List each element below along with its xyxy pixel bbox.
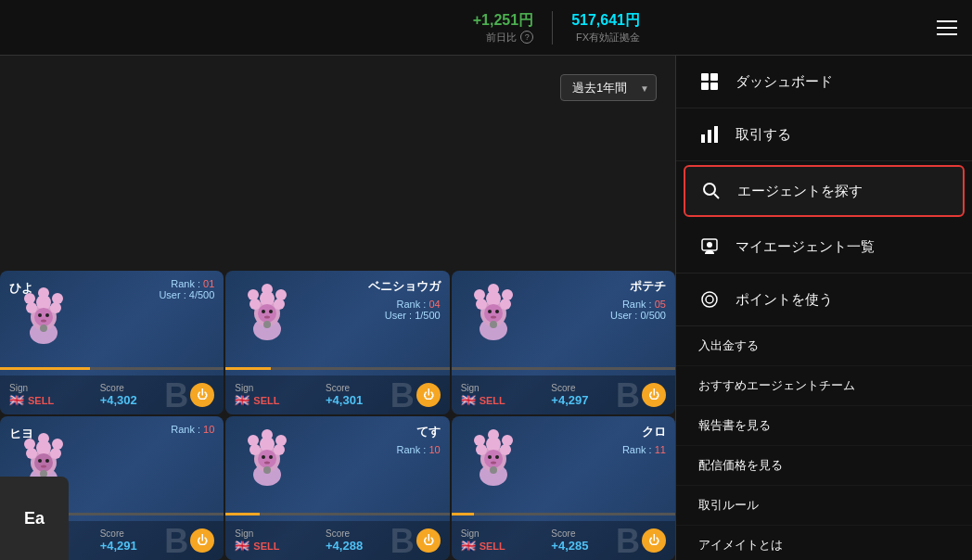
svg-point-76 (491, 462, 496, 465)
svg-point-18 (248, 289, 259, 300)
power-button[interactable]: ⏻ (642, 383, 666, 407)
card-bottom: Sign 🇬🇧 SELL Score +4,302 B ⏻ (0, 375, 224, 414)
svg-point-35 (488, 310, 492, 313)
power-button[interactable]: ⏻ (416, 528, 441, 553)
hamburger-menu[interactable] (937, 20, 957, 35)
svg-point-34 (484, 304, 503, 323)
header: +1,251円 前日比 ? 517,641円 FX有効証拠金 (0, 0, 972, 56)
agent-card-tesu: てす Rank : 10 Sign 🇬🇧 SELL Scor (225, 416, 449, 560)
daily-change-stat: +1,251円 前日比 ? (454, 11, 553, 45)
card-users: User : 4/500 (159, 289, 214, 300)
progress-bar (452, 367, 675, 370)
sign-score-group: Sign 🇬🇧 SELL (235, 383, 320, 407)
sign-score-group: Sign 🇬🇧 SELL (461, 528, 546, 553)
agent-avatar (461, 278, 526, 343)
svg-point-45 (52, 439, 63, 450)
card-bottom: Sign 🇬🇧 SELL Score +4,301 B ⏻ (225, 375, 449, 414)
svg-point-25 (263, 321, 271, 328)
svg-point-31 (474, 289, 485, 300)
svg-point-74 (488, 455, 492, 459)
progress-bar (225, 513, 449, 515)
svg-point-58 (275, 435, 287, 446)
svg-rect-81 (710, 83, 718, 90)
card-name: ポテチ (610, 278, 666, 295)
svg-point-77 (490, 466, 497, 474)
main-layout: 過去1年間 過去6ヶ月 過去3ヶ月 過去1ヶ月 ひよ (0, 56, 972, 560)
progress-fill (0, 367, 90, 370)
power-button[interactable]: ⏻ (190, 528, 214, 553)
svg-point-57 (248, 435, 259, 446)
barchart-icon (698, 123, 721, 146)
sidebar-item-my-agents[interactable]: マイエージェント一覧 (676, 221, 972, 274)
svg-point-68 (476, 444, 487, 455)
period-select-container: 過去1年間 過去6ヶ月 過去3ヶ月 過去1ヶ月 (560, 74, 657, 101)
card-users: User : 1/500 (368, 310, 441, 321)
balance-stat: 517,641円 FX有効証拠金 (553, 11, 659, 45)
question-icon[interactable]: ? (520, 31, 533, 44)
svg-rect-78 (701, 73, 709, 81)
power-button[interactable]: ⏻ (190, 383, 214, 407)
card-rank: Rank : 11 (622, 444, 666, 455)
card-name: ベニショウガ (368, 278, 441, 295)
sidebar-text-reports[interactable]: 報告書を見る (676, 406, 972, 446)
svg-point-21 (258, 304, 276, 323)
svg-point-85 (704, 184, 715, 195)
svg-point-60 (258, 450, 276, 468)
svg-point-17 (274, 299, 285, 310)
svg-point-22 (262, 310, 265, 313)
point-icon (698, 288, 721, 311)
svg-point-16 (249, 299, 261, 310)
card-users: User : 0/500 (610, 310, 666, 321)
balance-value: 517,641円 (571, 11, 640, 31)
svg-point-23 (269, 310, 273, 313)
sidebar-text-rules[interactable]: 取引ルール (676, 486, 972, 526)
grade-letter: B (390, 379, 415, 413)
svg-point-64 (263, 466, 271, 474)
svg-point-3 (26, 302, 37, 313)
power-button[interactable]: ⏻ (416, 383, 441, 407)
svg-point-46 (38, 433, 49, 444)
agent-card-poteti: ポテチ Rank : 05 User : 0/500 Sign 🇬🇧 SELL (452, 271, 675, 414)
svg-point-30 (500, 299, 511, 310)
svg-point-88 (707, 242, 712, 248)
sign-score-group: Sign 🇬🇧 SELL (235, 528, 320, 553)
sidebar-item-dashboard[interactable]: ダッシュボード (676, 56, 972, 108)
sidebar-item-find-agent[interactable]: エージェントを探す (684, 165, 965, 217)
agent-card-hiyo: ひよ Rank : 01 (0, 271, 224, 414)
search-icon (700, 180, 723, 202)
svg-point-10 (45, 313, 49, 317)
progress-fill (452, 513, 474, 515)
sidebar-text-about[interactable]: アイメイトとは (676, 526, 972, 560)
svg-point-24 (264, 316, 270, 319)
progress-bar (452, 513, 675, 515)
agent-avatar (235, 424, 300, 489)
content-area: 過去1年間 過去6ヶ月 過去3ヶ月 過去1ヶ月 ひよ (0, 56, 675, 560)
svg-line-86 (714, 194, 719, 198)
svg-point-37 (491, 316, 496, 319)
svg-point-29 (476, 299, 487, 310)
svg-point-8 (34, 308, 53, 326)
svg-point-9 (38, 313, 42, 317)
sidebar-item-points[interactable]: ポイントを使う (676, 274, 972, 326)
card-name-left: ひよ (9, 280, 33, 297)
bottom-badge-text: Ea (24, 509, 45, 528)
sidebar-item-label: ポイントを使う (735, 291, 833, 309)
sidebar-item-trade[interactable]: 取引する (676, 108, 972, 161)
agent-cards-grid: ひよ Rank : 01 (0, 271, 675, 560)
sidebar-text-deposit[interactable]: 入出金する (676, 326, 972, 366)
svg-point-48 (38, 459, 42, 463)
person-icon (698, 235, 721, 258)
svg-point-42 (26, 448, 37, 459)
power-button[interactable]: ⏻ (642, 528, 666, 553)
svg-point-56 (274, 444, 285, 455)
sidebar-text-recommend[interactable]: おすすめエージェントチーム (676, 366, 972, 406)
card-rank: Rank : 10 (397, 444, 441, 455)
grade-letter: B (616, 525, 640, 558)
period-select[interactable]: 過去1年間 過去6ヶ月 過去3ヶ月 過去1ヶ月 (560, 74, 657, 101)
svg-point-7 (38, 287, 49, 299)
daily-change-label: 前日比 ? (486, 31, 533, 45)
card-rank: Rank : 10 (171, 424, 214, 435)
progress-bar (225, 367, 449, 370)
agent-avatar (235, 278, 300, 343)
sidebar-text-price[interactable]: 配信価格を見る (676, 446, 972, 486)
